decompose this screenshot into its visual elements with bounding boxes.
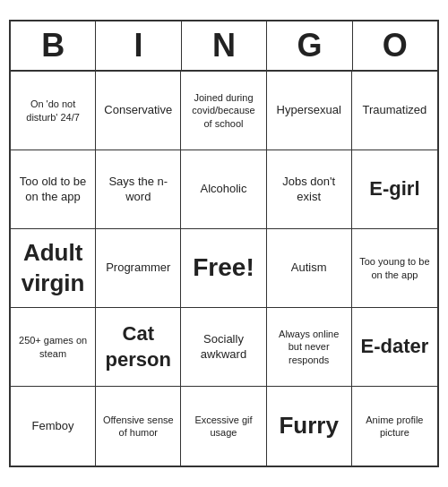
bingo-cell-10: Adult virgin bbox=[11, 229, 96, 308]
header-letter-o: O bbox=[353, 21, 437, 70]
cell-text-19: E-dater bbox=[360, 334, 428, 360]
header-letter-b: B bbox=[11, 21, 96, 70]
cell-text-3: Hypersexual bbox=[277, 103, 341, 118]
header-letter-g: G bbox=[267, 21, 352, 70]
cell-text-17: Socially awkward bbox=[186, 332, 260, 363]
bingo-cell-14: Too young to be on the app bbox=[352, 229, 437, 308]
bingo-cell-2: Joined during covid/because of school bbox=[181, 72, 266, 150]
cell-text-6: Says the n-word bbox=[101, 175, 175, 205]
cell-text-22: Excessive gif usage bbox=[186, 414, 260, 440]
cell-text-23: Furry bbox=[279, 411, 338, 441]
header-letter-i: I bbox=[96, 21, 181, 70]
header-letter-n: N bbox=[182, 21, 267, 70]
cell-text-21: Offensive sense of humor bbox=[101, 414, 175, 440]
bingo-cell-12: Free! bbox=[181, 229, 266, 308]
bingo-cell-22: Excessive gif usage bbox=[181, 387, 266, 466]
bingo-cell-15: 250+ games on steam bbox=[11, 308, 96, 387]
cell-text-4: Traumatized bbox=[363, 103, 427, 118]
bingo-cell-0: On 'do not disturb' 24/7 bbox=[11, 72, 96, 150]
bingo-cell-11: Programmer bbox=[96, 229, 181, 308]
cell-text-9: E-girl bbox=[369, 176, 419, 202]
bingo-cell-6: Says the n-word bbox=[96, 150, 181, 229]
cell-text-8: Jobs don't exist bbox=[272, 175, 346, 205]
cell-text-0: On 'do not disturb' 24/7 bbox=[16, 98, 90, 124]
bingo-cell-4: Traumatized bbox=[352, 72, 437, 150]
cell-text-2: Joined during covid/because of school bbox=[186, 91, 260, 130]
cell-text-5: Too old to be on the app bbox=[16, 175, 90, 205]
bingo-cell-19: E-dater bbox=[352, 308, 437, 387]
bingo-card: BINGO On 'do not disturb' 24/7Conservati… bbox=[9, 20, 439, 467]
cell-text-24: Anime profile picture bbox=[358, 414, 432, 440]
bingo-grid: On 'do not disturb' 24/7ConservativeJoin… bbox=[11, 72, 437, 466]
bingo-cell-17: Socially awkward bbox=[181, 308, 266, 387]
cell-text-7: Alcoholic bbox=[200, 182, 246, 197]
cell-text-18: Always online but never responds bbox=[272, 328, 346, 366]
cell-text-16: Cat person bbox=[101, 321, 175, 372]
bingo-cell-20: Femboy bbox=[11, 387, 96, 466]
cell-text-1: Conservative bbox=[104, 103, 172, 118]
cell-text-20: Femboy bbox=[32, 419, 74, 434]
bingo-cell-16: Cat person bbox=[96, 308, 181, 387]
cell-text-12: Free! bbox=[193, 252, 254, 284]
bingo-cell-24: Anime profile picture bbox=[352, 387, 437, 466]
bingo-header: BINGO bbox=[11, 21, 437, 72]
cell-text-13: Autism bbox=[291, 261, 327, 276]
bingo-cell-13: Autism bbox=[267, 229, 352, 308]
bingo-cell-7: Alcoholic bbox=[181, 150, 266, 229]
bingo-cell-9: E-girl bbox=[352, 150, 437, 229]
bingo-cell-1: Conservative bbox=[96, 72, 181, 150]
bingo-cell-8: Jobs don't exist bbox=[267, 150, 352, 229]
bingo-cell-23: Furry bbox=[267, 387, 352, 466]
bingo-cell-3: Hypersexual bbox=[267, 72, 352, 150]
cell-text-14: Too young to be on the app bbox=[358, 255, 432, 281]
bingo-cell-18: Always online but never responds bbox=[267, 308, 352, 387]
cell-text-15: 250+ games on steam bbox=[16, 334, 90, 360]
bingo-cell-21: Offensive sense of humor bbox=[96, 387, 181, 466]
cell-text-11: Programmer bbox=[106, 261, 170, 276]
bingo-cell-5: Too old to be on the app bbox=[11, 150, 96, 229]
cell-text-10: Adult virgin bbox=[16, 238, 90, 299]
